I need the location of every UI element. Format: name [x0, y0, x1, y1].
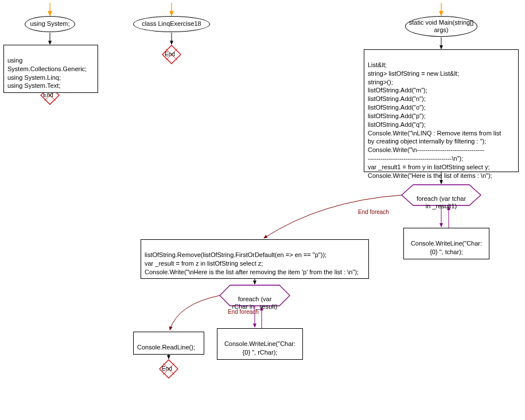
end-label-1: End: [43, 92, 53, 98]
ellipse-label: static void Main(string[] args): [407, 19, 476, 34]
box-text: listOfString.Remove(listOfString.FirstOr…: [145, 251, 359, 275]
flowchart-container: using System; using System.Collections.G…: [0, 0, 525, 420]
box-loop1: Console.WriteLine("Char: {0} ", tchar);: [403, 228, 489, 259]
box-text: Console.WriteLine("Char: {0} ", rChar);: [224, 340, 295, 356]
end-label-3: End: [162, 365, 172, 372]
box-readline: Console.ReadLine();: [133, 332, 204, 355]
box-main-body: List&lt; string> listOfString = new List…: [364, 49, 519, 172]
ellipse-main: static void Main(string[] args): [405, 16, 477, 37]
box-text: Console.WriteLine("Char: {0} ", tchar);: [411, 240, 482, 255]
end-foreach-1: End foreach: [358, 209, 389, 215]
hex-foreach-1: foreach (var tchar in _result1): [409, 188, 474, 211]
ellipse-label: using System;: [30, 20, 69, 28]
hex-text: foreach (var tchar in _result1): [417, 195, 466, 209]
box-text: Console.ReadLine();: [137, 344, 195, 351]
end-foreach-2: End foreach: [228, 309, 259, 315]
ellipse-class: class LinqExercise18: [133, 16, 210, 32]
box-text: using System.Collections.Generic; using …: [7, 57, 87, 90]
box-usings: using System.Collections.Generic; using …: [3, 45, 98, 93]
hex-foreach-2: foreach (var rChar in _result): [227, 288, 282, 311]
box-text: List&lt; string> listOfString = new List…: [368, 61, 501, 179]
ellipse-using-system: using System;: [25, 16, 75, 32]
hex-text: foreach (var rChar in _result): [232, 295, 278, 310]
end-label-2: End: [165, 51, 175, 57]
box-remove: listOfString.Remove(listOfString.FirstOr…: [141, 239, 369, 279]
ellipse-label: class LinqExercise18: [142, 20, 201, 28]
box-loop2: Console.WriteLine("Char: {0} ", rChar);: [217, 328, 303, 360]
